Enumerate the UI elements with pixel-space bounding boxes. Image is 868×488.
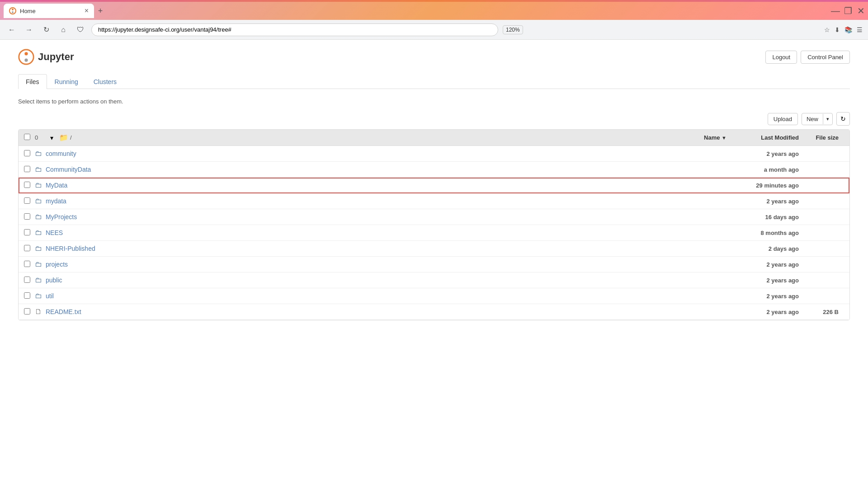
- file-icon: 🗋: [35, 308, 46, 316]
- file-name[interactable]: public: [46, 277, 726, 284]
- shield-icon: 🛡: [74, 23, 87, 36]
- maximize-button[interactable]: ❐: [844, 7, 852, 14]
- file-name[interactable]: NHERI-Published: [46, 245, 726, 252]
- row-checkbox[interactable]: [24, 245, 30, 251]
- jupyter-logo-icon: [18, 49, 34, 65]
- minimize-button[interactable]: —: [832, 7, 839, 14]
- svg-point-2: [12, 11, 14, 13]
- folder-icon: 🗀: [35, 260, 46, 268]
- row-checkbox[interactable]: [24, 197, 30, 204]
- new-button[interactable]: New: [802, 113, 823, 125]
- jupyter-title: Jupyter: [38, 51, 74, 63]
- table-row[interactable]: 🗀 NHERI-Published 2 days ago: [19, 241, 849, 257]
- row-checkbox[interactable]: [24, 229, 30, 235]
- folder-icon: 🗀: [35, 244, 46, 253]
- file-name[interactable]: NEES: [46, 229, 726, 236]
- browser-tab[interactable]: Home ×: [4, 4, 94, 18]
- row-checkbox[interactable]: [24, 213, 30, 220]
- nav-tabs: Files Running Clusters: [18, 74, 850, 89]
- svg-point-4: [24, 52, 28, 55]
- folder-icon: 🗀: [35, 181, 46, 189]
- row-checkbox[interactable]: [24, 292, 30, 299]
- select-all-checkbox[interactable]: [24, 134, 30, 140]
- column-header-size[interactable]: File size: [799, 134, 844, 141]
- table-row[interactable]: 🗀 mydata 2 years ago: [19, 193, 849, 209]
- refresh-button[interactable]: ↻: [836, 112, 850, 126]
- file-name[interactable]: projects: [46, 261, 726, 268]
- jupyter-header: Jupyter Logout Control Panel: [18, 49, 850, 65]
- control-panel-button[interactable]: Control Panel: [801, 51, 850, 64]
- file-modified: 2 years ago: [726, 198, 799, 205]
- new-tab-button[interactable]: +: [94, 5, 107, 17]
- tab-favicon: [9, 7, 16, 14]
- table-row[interactable]: 🗀 MyData 29 minutes ago: [19, 178, 849, 193]
- file-modified: 16 days ago: [726, 214, 799, 221]
- table-row[interactable]: 🗀 projects 2 years ago: [19, 257, 849, 272]
- folder-icon: 🗀: [35, 165, 46, 174]
- new-dropdown: New ▾: [802, 113, 833, 125]
- column-header-row: 0 ▾ 📁 / Name ▼ Last Modified File size: [19, 130, 849, 146]
- forward-button[interactable]: →: [23, 23, 35, 36]
- upload-button[interactable]: Upload: [768, 113, 798, 125]
- count-dropdown-arrow[interactable]: ▾: [50, 134, 59, 141]
- selected-count: 0: [35, 134, 48, 141]
- file-size: 226 B: [799, 309, 844, 315]
- table-row[interactable]: 🗀 NEES 8 months ago: [19, 225, 849, 241]
- tab-clusters[interactable]: Clusters: [86, 74, 124, 89]
- file-modified: 2 years ago: [726, 150, 799, 157]
- new-dropdown-arrow[interactable]: ▾: [823, 114, 832, 124]
- folder-icon: 🗀: [35, 197, 46, 205]
- svg-point-3: [19, 50, 33, 64]
- history-icon[interactable]: 📚: [844, 26, 852, 33]
- description-text: Select items to perform actions on them.: [18, 98, 850, 105]
- tab-title: Home: [20, 8, 81, 14]
- menu-icon[interactable]: ☰: [857, 26, 863, 33]
- folder-icon: 🗀: [35, 150, 46, 158]
- reload-button[interactable]: ↻: [40, 23, 52, 36]
- address-bar-input[interactable]: https://jupyter.designsafe-ci.org/user/v…: [91, 23, 498, 36]
- folder-icon: 🗀: [35, 276, 46, 284]
- file-name[interactable]: MyProjects: [46, 213, 726, 221]
- row-checkbox[interactable]: [24, 166, 30, 172]
- file-name[interactable]: CommunityData: [46, 166, 726, 173]
- row-checkbox[interactable]: [24, 150, 30, 156]
- file-name[interactable]: MyData: [46, 182, 726, 189]
- tab-running[interactable]: Running: [47, 74, 86, 89]
- bookmark-icon[interactable]: ☆: [824, 26, 830, 33]
- file-list: 🗀 community 2 years ago 🗀 CommunityData …: [19, 146, 849, 320]
- row-checkbox[interactable]: [24, 277, 30, 283]
- column-header-modified[interactable]: Last Modified: [726, 134, 799, 141]
- row-checkbox[interactable]: [24, 308, 30, 314]
- close-window-button[interactable]: ✕: [857, 7, 864, 14]
- folder-icon: 🗀: [35, 292, 46, 300]
- zoom-level[interactable]: 120%: [503, 25, 523, 34]
- table-row[interactable]: 🗀 util 2 years ago: [19, 288, 849, 304]
- home-button[interactable]: ⌂: [57, 23, 70, 36]
- folder-icon: 🗀: [35, 229, 46, 237]
- svg-point-1: [12, 9, 14, 10]
- file-name[interactable]: util: [46, 292, 726, 300]
- file-modified: 2 years ago: [726, 261, 799, 268]
- logout-button[interactable]: Logout: [765, 51, 797, 64]
- file-name[interactable]: mydata: [46, 197, 726, 205]
- file-modified: a month ago: [726, 166, 799, 173]
- file-name[interactable]: community: [46, 150, 726, 157]
- row-checkbox[interactable]: [24, 261, 30, 267]
- download-icon[interactable]: ⬇: [835, 26, 840, 33]
- table-row[interactable]: 🗀 MyProjects 16 days ago: [19, 209, 849, 225]
- tab-files[interactable]: Files: [18, 74, 47, 89]
- row-checkbox[interactable]: [24, 182, 30, 188]
- file-name[interactable]: README.txt: [46, 308, 726, 315]
- table-row[interactable]: 🗀 CommunityData a month ago: [19, 162, 849, 178]
- table-row[interactable]: 🗀 public 2 years ago: [19, 272, 849, 288]
- back-button[interactable]: ←: [5, 23, 18, 36]
- file-modified: 8 months ago: [726, 230, 799, 236]
- column-header-name[interactable]: Name ▼: [654, 134, 726, 141]
- tab-close-button[interactable]: ×: [85, 7, 89, 14]
- table-row[interactable]: 🗀 community 2 years ago: [19, 146, 849, 162]
- table-row[interactable]: 🗋 README.txt 2 years ago 226 B: [19, 304, 849, 320]
- header-folder-icon: 📁: [59, 134, 68, 141]
- folder-icon: 🗀: [35, 213, 46, 221]
- refresh-icon: ↻: [840, 115, 846, 122]
- file-modified: 2 years ago: [726, 309, 799, 315]
